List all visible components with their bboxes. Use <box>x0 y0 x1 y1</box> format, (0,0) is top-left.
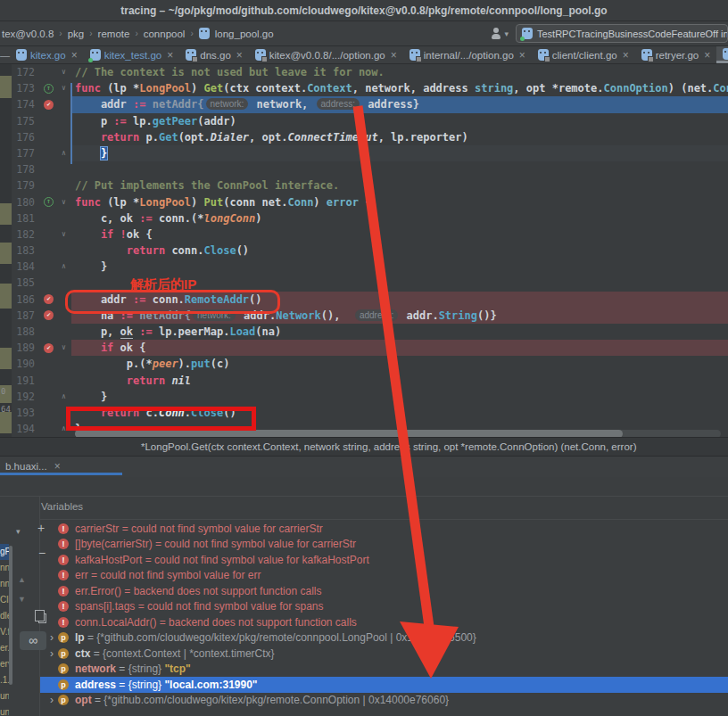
breadcrumb-file[interactable]: long_pool.go <box>215 29 274 39</box>
thread-dropdown-icon[interactable]: ▾ <box>16 525 21 538</box>
expand-chevron-icon[interactable]: › <box>46 632 58 643</box>
frame-item[interactable]: er.f <box>0 640 9 656</box>
frame-item[interactable]: unc <box>0 704 9 716</box>
fold-icon[interactable]: ∧ <box>56 259 71 275</box>
code-line-179[interactable]: 179// Put implements the ConnPool interf… <box>0 177 728 193</box>
tab-long_pool.go[interactable]: long_pool.go <box>716 46 728 63</box>
code-line-189[interactable]: 189✔∨ if ok { <box>0 340 728 356</box>
variable-row-opt[interactable]: ›popt = {*github.com/cloudwego/kitex/pkg… <box>40 693 728 709</box>
variable-row-err[interactable]: !err = could not find symbol value for e… <box>40 568 728 584</box>
overrides-method-icon[interactable]: ↑ <box>44 84 54 94</box>
tab-dns.go[interactable]: dns.go× <box>179 46 249 63</box>
tab-client-client.go[interactable]: client/client.go× <box>532 46 635 63</box>
horizontal-scrollbar-thumb[interactable] <box>75 430 623 438</box>
expand-chevron-icon[interactable]: › <box>46 648 58 659</box>
frame-item[interactable]: V.fu <box>0 624 9 640</box>
tab-internal-...-option.go[interactable]: internal/.../option.go× <box>403 46 532 63</box>
move-watch-up-button[interactable]: ▲ <box>18 573 26 586</box>
variable-name: network <box>75 663 116 675</box>
move-watch-down-button[interactable]: ▼ <box>18 593 26 605</box>
tab-kitex_test.go[interactable]: kitex_test.go× <box>84 46 180 63</box>
variable-row-network[interactable]: pnetwork = {string} "tcp" <box>40 662 728 678</box>
fold-icon[interactable]: ∧ <box>56 421 71 437</box>
code-line-191[interactable]: 191 return nil <box>0 373 728 389</box>
parameter-icon: p <box>58 695 69 705</box>
breakpoint-icon[interactable]: ✔ <box>44 310 54 320</box>
close-icon[interactable]: × <box>519 51 525 60</box>
fold-icon[interactable]: ∨ <box>56 80 71 96</box>
frame-item[interactable]: Clie <box>0 592 9 608</box>
tab-kitex.go[interactable]: kitex.go× <box>10 46 84 63</box>
breadcrumb-item[interactable]: remote <box>98 29 130 39</box>
code-line-188[interactable]: 188 p, ok := lp.peerMap.Load(na) <box>0 324 728 340</box>
variable-row-carrierStr[interactable]: !carrierStr = could not find symbol valu… <box>40 521 728 537</box>
frame-item[interactable]: nnV <box>0 560 9 576</box>
code-line-173[interactable]: 173↑∨func (lp *LongPool) Get(ctx context… <box>0 80 728 96</box>
code-line-187[interactable]: 187✔ na := netAddr{network: addr.Network… <box>0 308 728 324</box>
code-line-182[interactable]: 182∨ if !ok { <box>0 226 728 243</box>
tab-retryer.go[interactable]: retryer.go× <box>635 46 717 63</box>
close-icon[interactable]: × <box>391 51 397 60</box>
horizontal-scrollbar[interactable] <box>75 430 721 438</box>
frame-item[interactable]: nnV <box>0 576 9 592</box>
code-editor[interactable]: 064 172∨// The context is not used but l… <box>0 64 728 438</box>
close-icon[interactable]: × <box>623 51 629 60</box>
go-test-file-icon <box>90 49 101 61</box>
frame-item[interactable]: dlel <box>0 608 9 624</box>
frame-item[interactable]: .1.1 <box>0 672 9 688</box>
frame-item[interactable]: unc <box>0 688 9 704</box>
run-configuration-select[interactable]: TestRPCTracingBusinessCodeFeatureOff in … <box>516 24 728 43</box>
code-line-180[interactable]: 180↑∨func (lp *LongPool) Put(conn net.Co… <box>0 194 728 210</box>
code-line-193[interactable]: 193 return c.Conn.Close() <box>0 405 728 421</box>
overrides-method-icon[interactable]: ↑ <box>44 197 54 207</box>
close-icon[interactable]: × <box>54 462 61 471</box>
code-line-174[interactable]: 174✔ addr := netAddr{network: network, a… <box>0 96 728 112</box>
breadcrumb-item[interactable]: pkg <box>68 29 85 39</box>
code-line-184[interactable]: 184∧ } <box>0 259 728 275</box>
code-line-190[interactable]: 190 p.(*peer).put(c) <box>0 356 728 372</box>
variable-row-ctx[interactable]: ›pctx = {context.Context | *context.time… <box>40 646 728 662</box>
user-menu-button[interactable]: ▾ <box>490 28 509 40</box>
breakpoint-icon[interactable]: ✔ <box>44 100 54 110</box>
frames-rail-scrollbar[interactable] <box>9 546 12 685</box>
code-line-178[interactable]: 178 <box>0 161 728 177</box>
close-icon[interactable]: × <box>704 51 710 60</box>
code-line-175[interactable]: 175 p := lp.getPeer(addr) <box>0 113 728 129</box>
variable-row-spans-i-tags[interactable]: !spans[i].tags = could not find symbol v… <box>40 599 728 615</box>
tab-kitex-v0.0.8-...-option.go[interactable]: kitex@v0.0.8/.../option.go× <box>249 46 403 63</box>
variable-row-lp[interactable]: ›plp = {*github.com/cloudwego/kitex/pkg/… <box>40 630 728 646</box>
code-line-183[interactable]: 183 return conn.Close() <box>0 243 728 259</box>
frame-item[interactable]: erv <box>0 656 9 672</box>
fold-icon[interactable]: ∨ <box>56 194 71 210</box>
variables-pane-title[interactable]: Variables <box>41 501 83 512</box>
code-line-172[interactable]: 172∨// The context is not used but leave… <box>0 64 728 80</box>
breakpoint-icon[interactable]: ✔ <box>44 343 54 353</box>
fold-icon[interactable]: ∨ <box>56 340 71 356</box>
close-icon[interactable]: × <box>71 51 78 60</box>
expand-chevron-icon[interactable]: › <box>46 695 58 705</box>
variable-row-address[interactable]: paddress = {string} "local.com:31990" <box>40 677 728 693</box>
code-line-181[interactable]: 181 c, ok := conn.(*longConn) <box>0 210 728 226</box>
variable-row-err-Error-[interactable]: !err.Error() = backend does not support … <box>40 583 728 599</box>
code-line-192[interactable]: 192∧ } <box>0 389 728 405</box>
variable-row-conn-LocalAddr-[interactable]: !conn.LocalAddr() = backend does not sup… <box>40 614 728 630</box>
code-line-176[interactable]: 176 return p.Get(opt.Dialer, opt.Connect… <box>0 129 728 145</box>
close-icon[interactable]: × <box>236 51 243 60</box>
variable-row-kafkaHostPort[interactable]: !kafkaHostPort = could not find symbol v… <box>40 552 728 568</box>
code-line-177[interactable]: 177∧ } <box>0 145 728 161</box>
frame-item[interactable]: gP <box>0 544 9 560</box>
hide-tabs-icon[interactable]: — <box>0 46 10 63</box>
breadcrumb-item[interactable]: tex@v0.0.8 <box>2 29 54 39</box>
code-line-185[interactable]: 185 <box>0 275 728 291</box>
code-token: addr. <box>400 309 438 322</box>
variable-row--byte-carrierStr-[interactable]: ![]byte(carrierStr) = could not find sym… <box>40 537 728 553</box>
fold-icon[interactable]: ∨ <box>56 64 71 80</box>
close-icon[interactable]: × <box>167 51 173 60</box>
breadcrumb-item[interactable]: connpool <box>144 29 186 39</box>
equals-sign: = <box>116 663 128 675</box>
breakpoint-icon[interactable]: ✔ <box>44 294 54 304</box>
fold-icon[interactable]: ∧ <box>56 389 71 405</box>
fold-icon[interactable]: ∨ <box>56 226 71 243</box>
code-line-186[interactable]: 186✔ addr := conn.RemoteAddr() <box>0 292 728 308</box>
fold-icon[interactable]: ∧ <box>56 145 71 161</box>
